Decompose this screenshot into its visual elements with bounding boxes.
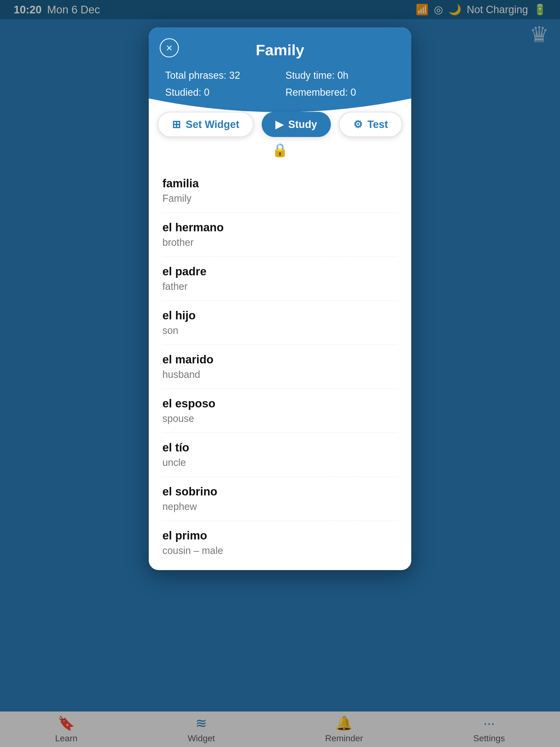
phrase-translation: brother: [162, 237, 398, 248]
modal-overlay: × Family Total phrases: 32 Study time: 0…: [0, 0, 560, 747]
close-icon: ×: [166, 42, 172, 53]
phrase-original: el hijo: [162, 309, 398, 322]
widget-icon: ⊞: [172, 119, 181, 130]
phrase-original: el hermano: [162, 221, 398, 234]
modal-title: Family: [162, 41, 398, 59]
phrase-original: el sobrino: [162, 485, 398, 498]
studied-stat: Studied: 0: [165, 87, 275, 98]
list-item: el tíouncle: [162, 433, 398, 477]
list-item: el hermanobrother: [162, 213, 398, 257]
remembered-stat: Remembered: 0: [285, 87, 395, 98]
phrase-translation: father: [162, 281, 398, 292]
study-button[interactable]: ▶ Study: [262, 112, 331, 137]
study-label: Study: [288, 119, 317, 130]
phrase-translation: uncle: [162, 457, 398, 468]
phrase-original: el primo: [162, 529, 398, 542]
phrase-translation: son: [162, 325, 398, 336]
study-time-stat: Study time: 0h: [285, 70, 395, 81]
phrase-translation: Family: [162, 193, 398, 204]
test-label: Test: [367, 119, 388, 130]
list-item: familiaFamily: [162, 169, 398, 213]
phrase-original: el tío: [162, 441, 398, 454]
gear-icon: ⚙: [353, 119, 362, 130]
modal-stats: Total phrases: 32 Study time: 0h Studied…: [162, 70, 398, 98]
close-button[interactable]: ×: [160, 38, 179, 57]
set-widget-button[interactable]: ⊞ Set Widget: [158, 112, 253, 137]
list-item: el maridohusband: [162, 345, 398, 389]
lock-hint: 🔒: [149, 143, 411, 158]
phrase-translation: husband: [162, 369, 398, 380]
phrase-original: el marido: [162, 353, 398, 366]
list-item: el esposospouse: [162, 389, 398, 433]
list-item: el primocousin – male: [162, 521, 398, 565]
phrase-original: el padre: [162, 265, 398, 278]
test-button[interactable]: ⚙ Test: [339, 112, 402, 137]
phrase-original: el esposo: [162, 397, 398, 410]
action-buttons: ⊞ Set Widget ▶ Study ⚙ Test: [149, 112, 411, 137]
list-item: el sobrinonephew: [162, 477, 398, 521]
total-phrases-stat: Total phrases: 32: [165, 70, 275, 81]
set-widget-label: Set Widget: [186, 119, 239, 130]
phrase-translation: nephew: [162, 501, 398, 512]
list-item: el hijoson: [162, 301, 398, 345]
play-icon: ▶: [275, 119, 283, 130]
phrase-original: familia: [162, 177, 398, 190]
list-item: el padrefather: [162, 257, 398, 301]
modal: × Family Total phrases: 32 Study time: 0…: [149, 27, 411, 570]
phrase-list: familiaFamilyel hermanobrotherel padrefa…: [149, 163, 411, 570]
phrase-translation: cousin – male: [162, 545, 398, 557]
phrase-translation: spouse: [162, 413, 398, 424]
